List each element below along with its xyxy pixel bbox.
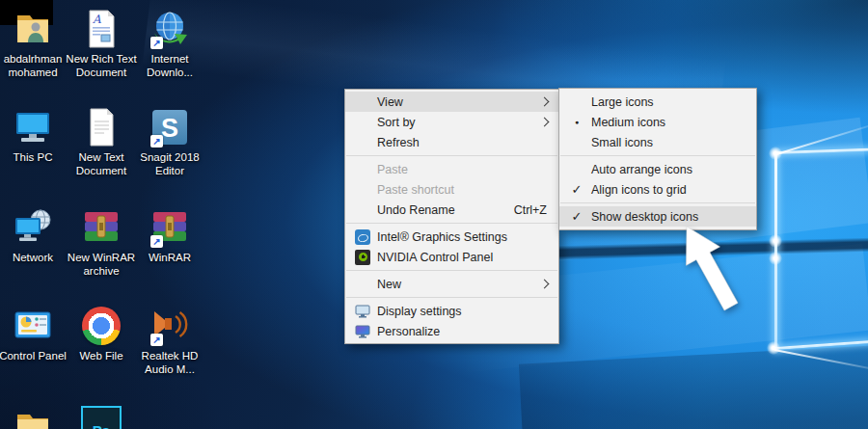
- intel-icon: [355, 229, 370, 245]
- this-pc-icon: [12, 106, 54, 148]
- pointer-arrow-annotation: [622, 212, 757, 347]
- icon-label: This PC: [14, 150, 53, 164]
- submenu-item-align-icons-to-grid[interactable]: ✓ Align icons to grid: [559, 179, 756, 200]
- network-icon: [12, 206, 54, 249]
- checkmark-icon: ✓: [568, 182, 585, 198]
- menu-item-paste-shortcut[interactable]: Paste shortcut: [345, 179, 558, 200]
- icon-label: Snagit 2018 Editor: [140, 150, 199, 177]
- desktop-icon-user-folder[interactable]: abdalrhman mohamed: [0, 8, 68, 79]
- snagit-icon: S ↗: [149, 106, 191, 148]
- view-submenu: Large icons ● Medium icons Small icons A…: [558, 88, 757, 230]
- window-logo-corner-glow: [767, 341, 780, 355]
- icon-label: Web File: [79, 349, 122, 362]
- winrar-archive-icon: [80, 206, 122, 249]
- chrome-icon: [80, 305, 122, 347]
- menu-separator: [346, 155, 557, 156]
- shortcut-arrow-overlay-icon: ↗: [150, 37, 163, 49]
- menu-item-undo-rename[interactable]: Undo Rename Ctrl+Z: [345, 200, 558, 220]
- icon-label: New Rich Text Document: [66, 52, 136, 79]
- nvidia-icon: [355, 250, 370, 265]
- icon-label: New Text Document: [76, 150, 126, 177]
- desktop-icon-this-pc[interactable]: This PC: [0, 106, 68, 164]
- submenu-chevron-icon: [540, 96, 550, 106]
- svg-text:A: A: [92, 13, 101, 26]
- menu-separator: [560, 202, 755, 203]
- menu-item-refresh[interactable]: Refresh: [345, 132, 558, 152]
- desktop-icon-new-winrar-archive[interactable]: New WinRAR archive: [67, 206, 136, 278]
- menu-item-paste[interactable]: Paste: [345, 159, 558, 179]
- shortcut-arrow-overlay-icon: ↗: [150, 334, 163, 346]
- menu-separator: [560, 155, 755, 156]
- desktop-icon-folder-partial[interactable]: [0, 407, 68, 429]
- photoshop-icon: Ps: [80, 405, 122, 429]
- display-settings-icon: [355, 304, 370, 319]
- user-folder-icon: [12, 8, 54, 50]
- desktop-icon-network[interactable]: Network: [0, 206, 68, 264]
- idm-icon: ↗: [149, 8, 191, 50]
- desktop-icon-realtek-hd-audio[interactable]: ↗ Realtek HD Audio M...: [135, 305, 204, 376]
- window-logo-corner-glow: [769, 147, 782, 160]
- menu-separator: [346, 297, 557, 298]
- menu-item-nvidia-control-panel[interactable]: NVIDIA Control Panel: [345, 247, 558, 267]
- icon-label: abdalrhman mohamed: [4, 52, 63, 79]
- desktop-icon-snagit-editor[interactable]: S ↗ Snagit 2018 Editor: [135, 106, 204, 177]
- checkmark-icon: ✓: [568, 209, 585, 225]
- desktop-icon-photoshop-partial[interactable]: Ps: [67, 405, 136, 429]
- icon-label: Network: [13, 251, 53, 264]
- windows-desktop: abdalrhman mohamed A New Rich Text Docum…: [0, 0, 868, 429]
- submenu-chevron-icon: [540, 279, 550, 288]
- window-logo-corner-glow: [769, 252, 782, 265]
- submenu-item-auto-arrange-icons[interactable]: Auto arrange icons: [559, 159, 756, 179]
- icon-label: Internet Downlo...: [147, 52, 193, 79]
- menu-separator: [346, 223, 557, 224]
- speaker-icon: ↗: [149, 305, 191, 347]
- icon-label: Control Panel: [0, 349, 67, 362]
- shortcut-arrow-overlay-icon: ↗: [150, 135, 163, 147]
- submenu-item-small-icons[interactable]: Small icons: [559, 132, 756, 152]
- keyboard-shortcut: Ctrl+Z: [514, 203, 547, 217]
- rich-text-document-icon: A: [80, 8, 122, 50]
- submenu-chevron-icon: [540, 117, 550, 126]
- desktop-icon-control-panel[interactable]: Control Panel: [0, 305, 68, 362]
- svg-text:S: S: [161, 114, 178, 143]
- control-panel-icon: [12, 305, 54, 347]
- icon-label: WinRAR: [149, 251, 191, 264]
- submenu-item-large-icons[interactable]: Large icons: [559, 92, 756, 112]
- text-document-icon: [80, 106, 122, 148]
- icon-label: New WinRAR archive: [68, 251, 135, 278]
- icon-label: Realtek HD Audio M...: [142, 349, 199, 376]
- menu-separator: [346, 270, 557, 271]
- menu-item-personalize[interactable]: Personalize: [345, 321, 558, 341]
- radio-dot-icon: ●: [568, 115, 585, 130]
- desktop-icon-web-file[interactable]: Web File: [67, 305, 136, 362]
- menu-item-display-settings[interactable]: Display settings: [345, 301, 558, 321]
- menu-item-view[interactable]: View: [345, 92, 558, 112]
- winrar-icon: ↗: [149, 206, 191, 249]
- shortcut-arrow-overlay-icon: ↗: [150, 235, 163, 248]
- menu-item-sort-by[interactable]: Sort by: [345, 112, 558, 132]
- submenu-item-medium-icons[interactable]: ● Medium icons: [559, 112, 756, 132]
- desktop-icon-winrar[interactable]: ↗ WinRAR: [135, 206, 204, 264]
- menu-item-intel-graphics-settings[interactable]: Intel® Graphics Settings: [345, 227, 558, 247]
- window-logo-corner-glow: [769, 234, 782, 248]
- desktop-icon-new-rich-text-document[interactable]: A New Rich Text Document: [67, 8, 136, 79]
- desktop-context-menu: View Sort by Refresh Paste Paste shortcu…: [344, 89, 559, 344]
- folder-icon: [12, 407, 54, 429]
- personalize-icon: [355, 324, 370, 339]
- desktop-icon-internet-download-manager[interactable]: ↗ Internet Downlo...: [135, 8, 204, 79]
- menu-item-new[interactable]: New: [345, 274, 558, 294]
- desktop-icon-new-text-document[interactable]: New Text Document: [67, 106, 136, 177]
